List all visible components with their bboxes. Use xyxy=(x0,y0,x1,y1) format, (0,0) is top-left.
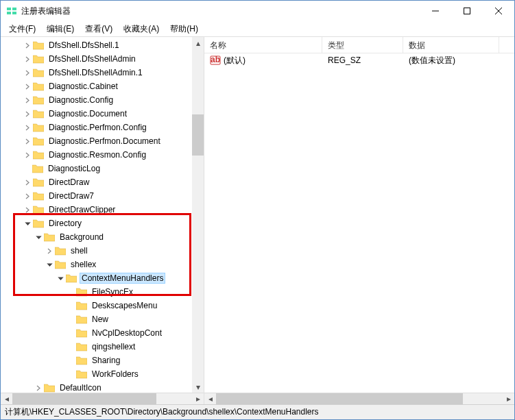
tree-node[interactable]: Sharing xyxy=(1,354,192,367)
folder-icon xyxy=(76,287,87,297)
string-value-icon: ab xyxy=(210,55,221,66)
tree-node-label: Diagnostic.Config xyxy=(47,95,115,106)
menubar: 文件(F) 编辑(E) 查看(V) 收藏夹(A) 帮助(H) xyxy=(1,21,514,36)
svg-rect-5 xyxy=(464,8,470,14)
tree-node-label: DeskscapesMenu xyxy=(90,300,159,311)
list-body[interactable]: ab(默认)REG_SZ(数值未设置) xyxy=(204,53,514,393)
tree-node[interactable]: DirectDraw xyxy=(1,175,192,189)
scroll-down-icon[interactable]: ▾ xyxy=(192,381,204,393)
tree-node[interactable]: Diagnostic.Document xyxy=(1,107,192,121)
tree-hscrollbar[interactable]: ◂ ▸ xyxy=(1,393,204,404)
chevron-right-icon[interactable] xyxy=(23,177,32,187)
tree-node[interactable]: DeskscapesMenu xyxy=(1,299,192,312)
scroll-thumb[interactable] xyxy=(216,393,463,405)
scroll-right-icon[interactable]: ▸ xyxy=(503,393,514,405)
tree-node[interactable]: DirectDraw7 xyxy=(1,189,192,203)
tree-node-label: Diagnostic.Perfmon.Config xyxy=(47,122,149,133)
value-name: (默认) xyxy=(224,55,245,66)
scroll-up-icon[interactable]: ▴ xyxy=(192,37,204,49)
chevron-right-icon[interactable] xyxy=(23,205,32,214)
tree-node[interactable]: Diagnostic.Cabinet xyxy=(1,79,192,93)
tree-node[interactable]: WorkFolders xyxy=(1,367,192,381)
folder-icon xyxy=(66,273,77,283)
chevron-right-icon[interactable] xyxy=(23,54,32,64)
tree-node[interactable]: Diagnostic.Config xyxy=(1,93,192,107)
menu-favorites[interactable]: 收藏夹(A) xyxy=(118,22,165,36)
tree-node-label: DirectDrawClipper xyxy=(47,204,117,215)
chevron-down-icon[interactable] xyxy=(56,273,65,283)
folder-icon xyxy=(76,342,87,351)
folder-icon xyxy=(33,109,44,119)
chevron-right-icon[interactable] xyxy=(23,95,32,105)
close-button[interactable] xyxy=(483,1,514,21)
scroll-left-icon[interactable]: ◂ xyxy=(204,393,216,405)
chevron-right-icon[interactable] xyxy=(23,136,32,146)
chevron-down-icon[interactable] xyxy=(34,232,43,242)
tree-node[interactable]: DiagnosticLog xyxy=(1,162,192,175)
tree-vscrollbar[interactable]: ▴ ▾ xyxy=(192,37,204,393)
menu-view[interactable]: 查看(V) xyxy=(80,22,118,36)
tree-node[interactable]: DfsShell.DfsShellAdmin.1 xyxy=(1,66,192,79)
tree-node-label: qingshellext xyxy=(90,341,137,352)
minimize-button[interactable] xyxy=(420,1,451,21)
folder-icon xyxy=(76,369,87,379)
chevron-right-icon[interactable] xyxy=(45,246,54,256)
tree-node[interactable]: Background xyxy=(1,230,192,244)
tree-node[interactable]: shellex xyxy=(1,258,192,271)
folder-icon xyxy=(33,40,44,50)
tree-node[interactable]: New xyxy=(1,312,192,326)
chevron-right-icon[interactable] xyxy=(23,191,32,201)
tree-view[interactable]: DfsShell.DfsShell.1DfsShell.DfsShellAdmi… xyxy=(1,37,192,393)
chevron-right-icon[interactable] xyxy=(34,383,43,393)
tree-node[interactable]: Diagnostic.Resmon.Config xyxy=(1,148,192,162)
tree-node[interactable]: DefaultIcon xyxy=(1,381,192,393)
tree-node[interactable]: FileSyncEx xyxy=(1,285,192,299)
chevron-right-icon[interactable] xyxy=(23,82,32,91)
tree-node[interactable]: Diagnostic.Perfmon.Config xyxy=(1,121,192,134)
chevron-down-icon[interactable] xyxy=(23,219,32,228)
maximize-button[interactable] xyxy=(451,1,483,21)
menu-file[interactable]: 文件(F) xyxy=(3,22,41,36)
window-title: 注册表编辑器 xyxy=(21,5,420,17)
folder-icon xyxy=(33,191,44,201)
tree-node[interactable]: shell xyxy=(1,244,192,258)
column-name[interactable]: 名称 xyxy=(204,37,322,53)
tree-node-label: Background xyxy=(58,232,106,243)
chevron-right-icon[interactable] xyxy=(23,40,32,50)
tree-node-label: DiagnosticLog xyxy=(46,163,102,174)
folder-icon xyxy=(55,260,66,269)
tree-node[interactable]: qingshellext xyxy=(1,340,192,354)
value-data: (数值未设置) xyxy=(403,54,499,67)
scroll-thumb[interactable] xyxy=(192,114,204,156)
titlebar: 注册表编辑器 xyxy=(1,1,514,21)
folder-icon xyxy=(76,301,87,310)
tree-node-label: Sharing xyxy=(90,355,122,366)
chevron-right-icon[interactable] xyxy=(23,123,32,132)
menu-edit[interactable]: 编辑(E) xyxy=(41,22,80,36)
tree-node[interactable]: DfsShell.DfsShell.1 xyxy=(1,38,192,52)
tree-node[interactable]: Directory xyxy=(1,217,192,230)
chevron-right-icon[interactable] xyxy=(23,150,32,160)
tree-node[interactable]: DirectDrawClipper xyxy=(1,203,192,217)
tree-node-label: Diagnostic.Resmon.Config xyxy=(47,149,148,160)
chevron-right-icon[interactable] xyxy=(23,109,32,119)
folder-icon xyxy=(33,123,44,132)
folder-icon xyxy=(76,314,87,324)
scroll-right-icon[interactable]: ▸ xyxy=(192,393,204,405)
list-hscrollbar[interactable]: ◂ ▸ xyxy=(204,393,514,404)
statusbar: 计算机\HKEY_CLASSES_ROOT\Directory\Backgrou… xyxy=(1,404,514,419)
tree-node[interactable]: ContextMenuHandlers xyxy=(1,271,192,285)
tree-node[interactable]: DfsShell.DfsShellAdmin xyxy=(1,52,192,66)
scroll-thumb[interactable] xyxy=(12,393,156,405)
list-row[interactable]: ab(默认)REG_SZ(数值未设置) xyxy=(204,53,514,67)
chevron-down-icon[interactable] xyxy=(45,260,54,269)
scroll-left-icon[interactable]: ◂ xyxy=(1,393,12,405)
tree-node[interactable]: NvCplDesktopCont xyxy=(1,326,192,340)
chevron-right-icon[interactable] xyxy=(23,68,32,77)
menu-help[interactable]: 帮助(H) xyxy=(165,22,204,36)
svg-text:ab: ab xyxy=(211,55,220,64)
column-type[interactable]: 类型 xyxy=(322,37,403,53)
column-data[interactable]: 数据 xyxy=(403,37,499,53)
tree-node[interactable]: Diagnostic.Perfmon.Document xyxy=(1,134,192,148)
svg-rect-0 xyxy=(7,8,11,10)
